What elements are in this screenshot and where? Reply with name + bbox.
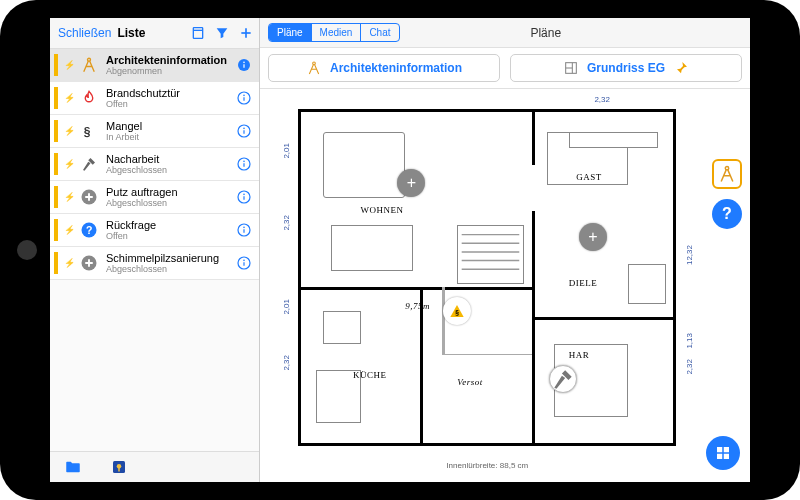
info-icon[interactable] xyxy=(235,188,253,206)
compass-icon xyxy=(78,54,100,76)
dim-left-b2: 2,32 xyxy=(282,355,291,371)
plan-marker-plus[interactable]: + xyxy=(579,223,607,251)
plan-marker-hammer[interactable] xyxy=(549,365,577,393)
info-icon[interactable] xyxy=(235,221,253,239)
tool-compass[interactable] xyxy=(712,159,742,189)
chip-label: Architekteninformation xyxy=(330,61,462,75)
main-area: PläneMedienChat Pläne Architekteninforma… xyxy=(260,18,750,482)
pin-icon xyxy=(673,60,689,76)
list-item[interactable]: ⚡ArchitekteninformationAbgenommen xyxy=(50,49,259,82)
room-wohnen: WOHNEN xyxy=(361,205,404,215)
svg-point-7 xyxy=(243,62,245,64)
plan-annot2: Versot xyxy=(457,377,483,387)
plan-chips: Architekteninformation Grundriss EG xyxy=(260,48,750,89)
grid-fab[interactable] xyxy=(706,436,740,470)
close-button[interactable]: Schließen xyxy=(58,26,111,40)
status-marker xyxy=(54,219,58,241)
bolt-icon: ⚡ xyxy=(64,93,72,103)
segmented-control: PläneMedienChat xyxy=(268,23,400,42)
room-gast: GAST xyxy=(576,172,602,182)
svg-rect-46 xyxy=(724,447,729,452)
plan-outline: WOHNEN GAST DIELE KÜCHE HAR 9,75m Versot xyxy=(298,109,676,446)
segment-medien[interactable]: Medien xyxy=(311,24,361,41)
dim-left-b: 2,32 xyxy=(282,215,291,231)
dim-left-a2: 2,01 xyxy=(282,299,291,315)
svg-text:§: § xyxy=(84,125,91,139)
svg-point-14 xyxy=(243,128,245,130)
svg-point-10 xyxy=(243,95,245,97)
status-marker xyxy=(54,120,58,142)
svg-rect-0 xyxy=(193,28,202,39)
list-item[interactable]: ⚡BrandschutztürOffen xyxy=(50,82,259,115)
svg-point-30 xyxy=(243,260,245,262)
info-icon[interactable] xyxy=(235,56,253,74)
status-marker xyxy=(54,87,58,109)
compass-icon xyxy=(306,60,322,76)
item-status: Abgenommen xyxy=(106,66,229,76)
room-kueche: KÜCHE xyxy=(353,370,387,380)
archive-icon[interactable] xyxy=(189,24,207,42)
bolt-icon: ⚡ xyxy=(64,126,72,136)
tablet-home-button xyxy=(17,240,37,260)
svg-rect-47 xyxy=(717,454,722,459)
add-icon[interactable] xyxy=(237,24,255,42)
info-icon[interactable] xyxy=(235,89,253,107)
svg-point-34 xyxy=(313,62,316,65)
bolt-icon: ⚡ xyxy=(64,258,72,268)
info-icon[interactable] xyxy=(235,254,253,272)
chip-architekteninfo[interactable]: Architekteninformation xyxy=(268,54,500,82)
plan-marker-warn[interactable]: § xyxy=(443,297,471,325)
main-title: Pläne xyxy=(410,26,742,40)
item-label: Mangel xyxy=(106,120,229,132)
info-icon[interactable] xyxy=(235,155,253,173)
dim-right-total: 12,32 xyxy=(685,245,694,265)
svg-rect-45 xyxy=(717,447,722,452)
map-pin-icon[interactable] xyxy=(110,458,128,476)
paragraph-icon: § xyxy=(78,120,100,142)
svg-point-44 xyxy=(725,167,728,170)
svg-point-4 xyxy=(88,58,91,61)
item-label: Putz auftragen xyxy=(106,186,229,198)
item-label: Schimmelpilzsanierung xyxy=(106,252,229,264)
item-status: Offen xyxy=(106,99,229,109)
sidebar-title: Liste xyxy=(117,26,145,40)
plan-icon xyxy=(563,60,579,76)
list-item[interactable]: ⚡Putz auftragenAbgeschlossen xyxy=(50,181,259,214)
filter-icon[interactable] xyxy=(213,24,231,42)
svg-point-17 xyxy=(243,161,245,163)
chip-grundriss[interactable]: Grundriss EG xyxy=(510,54,742,82)
plan-footnote: Innenlürbreite: 88,5 cm xyxy=(446,461,528,470)
bolt-icon: ⚡ xyxy=(64,60,72,70)
status-marker xyxy=(54,153,58,175)
info-icon[interactable] xyxy=(235,122,253,140)
item-status: Offen xyxy=(106,231,229,241)
bolt-icon: ⚡ xyxy=(64,192,72,202)
item-label: Rückfrage xyxy=(106,219,229,231)
item-status: Abgeschlossen xyxy=(106,264,229,274)
flame-icon xyxy=(78,87,100,109)
list-item[interactable]: ⚡§MangelIn Arbeit xyxy=(50,115,259,148)
svg-text:§: § xyxy=(455,309,459,316)
main-header: PläneMedienChat Pläne xyxy=(260,18,750,48)
sidebar-header: Schließen Liste xyxy=(50,18,259,49)
svg-point-26 xyxy=(243,227,245,229)
bolt-icon: ⚡ xyxy=(64,225,72,235)
list-item[interactable]: ⚡SchimmelpilzsanierungAbgeschlossen xyxy=(50,247,259,280)
floating-toolbar: ? xyxy=(712,159,742,229)
dim-left-a: 2,01 xyxy=(282,143,291,159)
svg-point-21 xyxy=(243,194,245,196)
list-item[interactable]: ⚡?RückfrageOffen xyxy=(50,214,259,247)
folder-icon[interactable] xyxy=(64,458,82,476)
dim-top-right: 2,32 xyxy=(594,95,610,104)
plus-icon xyxy=(78,186,100,208)
chip-label: Grundriss EG xyxy=(587,61,665,75)
status-marker xyxy=(54,54,58,76)
list-item[interactable]: ⚡NacharbeitAbgeschlossen xyxy=(50,148,259,181)
sidebar: Schließen Liste ⚡ArchitekteninformationA… xyxy=(50,18,260,482)
question-icon: ? xyxy=(78,219,100,241)
segment-chat[interactable]: Chat xyxy=(360,24,398,41)
svg-text:?: ? xyxy=(86,224,92,236)
segment-pläne[interactable]: Pläne xyxy=(269,24,311,41)
plan-canvas[interactable]: WOHNEN GAST DIELE KÜCHE HAR 9,75m Versot… xyxy=(260,89,750,482)
tool-help[interactable]: ? xyxy=(712,199,742,229)
